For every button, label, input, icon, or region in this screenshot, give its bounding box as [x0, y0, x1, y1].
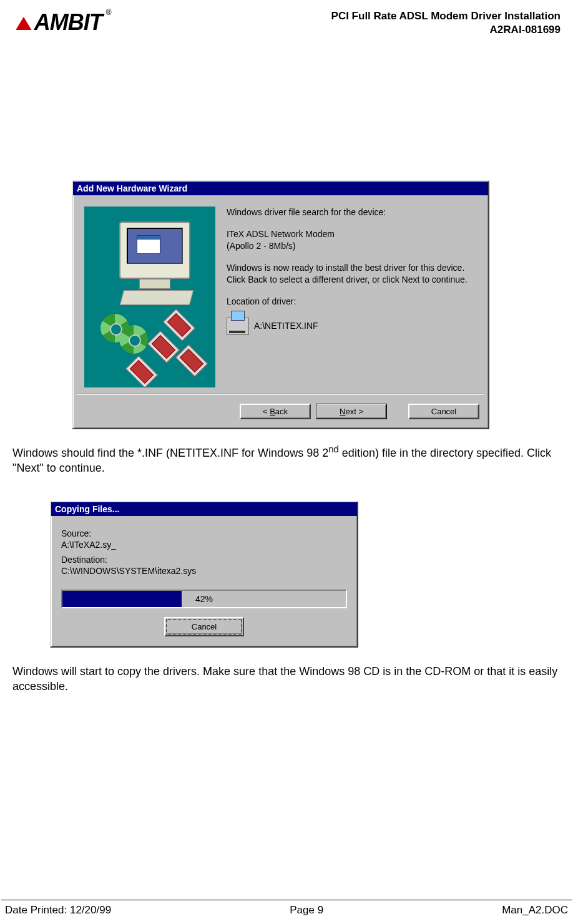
- wizard-illustration: [84, 207, 215, 387]
- keyboard-icon: [120, 290, 193, 305]
- registered-mark: ®: [106, 8, 111, 17]
- hardware-chip-icon: [125, 356, 158, 388]
- location-label: Location of driver:: [227, 296, 477, 308]
- instruction-text-1: Windows should find the *.INF (NETITEX.I…: [12, 443, 561, 476]
- device-name-line2: (Apollo 2 - 8Mb/s): [227, 241, 295, 251]
- footer-filename: Man_A2.DOC: [502, 904, 568, 917]
- copy-cancel-button[interactable]: Cancel: [166, 619, 242, 635]
- hardware-chip-icon: [147, 331, 180, 363]
- wizard-titlebar: Add New Hardware Wizard: [73, 182, 488, 195]
- wizard-text-panel: Windows driver file search for the devic…: [227, 207, 477, 387]
- copying-files-dialog: Copying Files... Source: A:\ITeXA2.sy_ D…: [50, 501, 358, 648]
- back-button[interactable]: < Back: [240, 404, 311, 419]
- progress-percent-label: 42%: [62, 594, 346, 604]
- brand-logo: ▲AMBIT®: [12, 9, 111, 36]
- destination-label: Destination:: [61, 555, 347, 565]
- copy-dialog-titlebar: Copying Files...: [51, 502, 357, 516]
- hardware-chip-icon: [163, 309, 195, 341]
- progress-bar: 42%: [61, 590, 347, 608]
- header-titles: PCI Full Rate ADSL Modem Driver Installa…: [331, 9, 561, 37]
- add-new-hardware-wizard-dialog: Add New Hardware Wizard Windows driver f…: [72, 180, 489, 429]
- footer-page: Page 9: [290, 904, 323, 917]
- cancel-button[interactable]: Cancel: [408, 404, 479, 419]
- ready-text: Windows is now ready to install the best…: [227, 262, 477, 286]
- monitor-icon: [119, 221, 190, 279]
- source-label: Source:: [61, 528, 347, 538]
- cd-icon: [119, 325, 148, 354]
- footer-date: Date Printed: 12/20/99: [5, 904, 111, 917]
- doc-footer: Date Printed: 12/20/99 Page 9 Man_A2.DOC: [1, 900, 572, 917]
- brand-text: AMBIT: [34, 9, 102, 35]
- floppy-drive-icon: [227, 318, 249, 335]
- driver-location-path: A:\NETITEX.INF: [254, 320, 318, 332]
- destination-value: C:\WINDOWS\SYSTEM\itexa2.sys: [61, 566, 347, 576]
- wizard-button-row: < Back Next > Cancel: [73, 395, 488, 428]
- device-name-line1: ITeX ADSL Network Modem: [227, 229, 335, 239]
- instruction-text-2: Windows will start to copy the drivers. …: [12, 664, 561, 694]
- logo-triangle-icon: ▲: [11, 9, 37, 36]
- hardware-chip-icon: [175, 344, 208, 377]
- doc-code: A2RAI-081699: [331, 23, 561, 37]
- next-button[interactable]: Next >: [316, 404, 387, 419]
- doc-header: ▲AMBIT® PCI Full Rate ADSL Modem Driver …: [12, 9, 561, 37]
- source-value: A:\ITeXA2.sy_: [61, 540, 347, 550]
- doc-title: PCI Full Rate ADSL Modem Driver Installa…: [331, 9, 561, 23]
- search-line: Windows driver file search for the devic…: [227, 207, 477, 218]
